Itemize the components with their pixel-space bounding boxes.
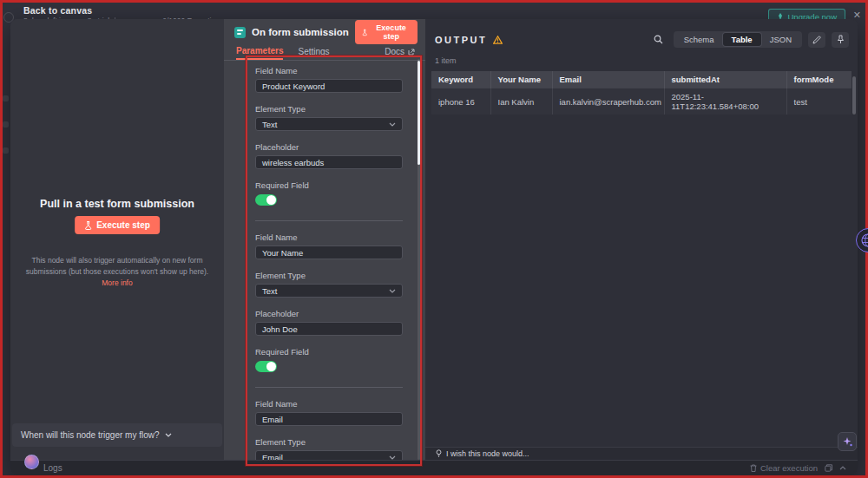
trigger-faq-collapsible[interactable]: When will this node trigger my flow? bbox=[12, 423, 222, 447]
field-group-divider bbox=[255, 220, 403, 221]
form-field-group: Field Name Your Name Element Type Text P… bbox=[255, 232, 403, 372]
form-trigger-icon bbox=[234, 27, 246, 38]
element-type-label: Element Type bbox=[255, 104, 403, 114]
top-bar: Back to canvas 8 days left in your n8n t… bbox=[0, 3, 868, 20]
field-group-divider bbox=[255, 387, 403, 388]
column-header[interactable]: Email bbox=[552, 71, 664, 88]
element-type-value: Email bbox=[262, 453, 283, 461]
chevron-down-icon bbox=[389, 455, 396, 460]
field-name-label: Field Name bbox=[255, 399, 403, 409]
close-icon[interactable]: ✕ bbox=[853, 10, 861, 20]
node-execute-step-button[interactable]: Execute step bbox=[355, 20, 418, 44]
back-to-canvas-link[interactable]: Back to canvas bbox=[23, 5, 223, 16]
field-name-label: Field Name bbox=[255, 232, 403, 242]
edit-output-button[interactable] bbox=[808, 32, 825, 48]
sparkle-icon bbox=[842, 436, 853, 448]
tab-settings[interactable]: Settings bbox=[298, 43, 329, 60]
table-cell: iphone 16 bbox=[431, 88, 490, 115]
form-field-group: Field Name Email Element Type Email Plac… bbox=[255, 399, 403, 460]
tab-schema[interactable]: Schema bbox=[675, 33, 723, 46]
element-type-value: Text bbox=[262, 286, 277, 296]
pin-data-button[interactable] bbox=[832, 32, 849, 48]
placeholder-label: Placeholder bbox=[255, 309, 403, 318]
node-title: On form submission bbox=[252, 27, 349, 37]
table-header-row: Keyword Your Name Email submittedAt form… bbox=[431, 71, 852, 88]
element-type-select[interactable]: Text bbox=[255, 117, 403, 131]
ai-assistant-button[interactable] bbox=[838, 432, 857, 451]
feedback-placeholder: I wish this node would... bbox=[446, 449, 529, 458]
column-header[interactable]: Keyword bbox=[431, 71, 490, 88]
element-type-label: Element Type bbox=[255, 437, 403, 447]
parameters-scroll-area[interactable]: Field Name Product Keyword Element Type … bbox=[224, 61, 425, 460]
output-header: OUTPUT Schema Table JSON bbox=[425, 19, 858, 48]
sidebar-stub-icon bbox=[3, 147, 9, 154]
docs-link[interactable]: Docs bbox=[385, 47, 415, 56]
search-icon[interactable] bbox=[650, 32, 667, 48]
external-link-icon bbox=[408, 49, 415, 56]
clear-execution-label: Clear execution bbox=[760, 463, 818, 473]
element-type-label: Element Type bbox=[255, 271, 403, 280]
chevron-down-icon bbox=[389, 289, 396, 293]
input-panel: Pull in a test form submission Execute s… bbox=[10, 19, 224, 460]
chevron-down-icon bbox=[389, 122, 396, 127]
required-field-toggle[interactable] bbox=[255, 194, 277, 206]
element-type-select[interactable]: Text bbox=[255, 284, 403, 298]
column-header[interactable]: submittedAt bbox=[664, 71, 786, 88]
field-name-value: Product Keyword bbox=[262, 82, 325, 91]
toggle-knob bbox=[266, 195, 276, 205]
sidebar-stub-icon bbox=[3, 121, 9, 128]
tab-json[interactable]: JSON bbox=[761, 33, 800, 46]
pin-icon bbox=[837, 35, 845, 44]
required-field-label: Required Field bbox=[255, 180, 403, 190]
flask-icon bbox=[362, 29, 367, 36]
required-field-toggle[interactable] bbox=[255, 361, 277, 372]
placeholder-input[interactable]: John Doe bbox=[255, 322, 403, 336]
node-header: On form submission Execute step bbox=[224, 21, 425, 43]
chevron-down-icon bbox=[165, 433, 172, 437]
trash-icon bbox=[750, 464, 757, 472]
field-name-input[interactable]: Email bbox=[255, 412, 403, 426]
field-name-value: Your Name bbox=[262, 248, 303, 258]
table-cell: 2025-11-11T12:23:41.584+08:00 bbox=[664, 88, 786, 115]
table-row[interactable]: iphone 16 Ian Kalvin ian.kalvin@scraperh… bbox=[431, 88, 852, 115]
feedback-input[interactable]: I wish this node would... bbox=[425, 447, 858, 460]
copy-icon[interactable] bbox=[825, 464, 832, 472]
execute-step-button[interactable]: Execute step bbox=[75, 216, 160, 234]
more-info-link[interactable]: More info bbox=[102, 278, 132, 287]
node-detail-view: Pull in a test form submission Execute s… bbox=[10, 19, 858, 475]
clear-execution-button[interactable]: Clear execution bbox=[750, 463, 818, 473]
field-name-value: Email bbox=[262, 415, 283, 424]
parameters-panel: On form submission Execute step Paramete… bbox=[224, 19, 425, 460]
column-header[interactable]: formMode bbox=[786, 71, 852, 88]
column-header[interactable]: Your Name bbox=[490, 71, 552, 88]
toggle-knob bbox=[266, 362, 276, 371]
scrollbar-thumb[interactable] bbox=[418, 61, 420, 165]
element-type-select[interactable]: Email bbox=[255, 450, 403, 460]
test-submission-title: Pull in a test form submission bbox=[10, 198, 224, 210]
tab-table[interactable]: Table bbox=[723, 33, 761, 46]
app-window: Back to canvas 8 days left in your n8n t… bbox=[0, 0, 868, 478]
item-count: 1 item bbox=[425, 48, 858, 65]
docs-label: Docs bbox=[385, 47, 404, 56]
globe-icon[interactable] bbox=[856, 228, 868, 252]
output-view-switch: Schema Table JSON bbox=[674, 31, 802, 48]
form-field-group: Field Name Product Keyword Element Type … bbox=[255, 66, 403, 206]
table-cell: ian.kalvin@scraperhub.com bbox=[552, 88, 664, 115]
node-execute-step-label: Execute step bbox=[372, 23, 411, 41]
placeholder-input[interactable]: wireless earbuds bbox=[255, 155, 403, 169]
tab-parameters[interactable]: Parameters bbox=[236, 43, 283, 60]
field-name-input[interactable]: Product Keyword bbox=[255, 79, 403, 93]
trigger-note-text: This node will also trigger automaticall… bbox=[26, 256, 208, 276]
sidebar-stub-icon bbox=[3, 95, 9, 101]
placeholder-value: John Doe bbox=[262, 324, 298, 334]
chevron-up-icon[interactable] bbox=[839, 466, 846, 470]
table-cell: Ian Kalvin bbox=[490, 88, 552, 115]
warning-icon bbox=[493, 36, 503, 44]
field-name-label: Field Name bbox=[255, 66, 403, 75]
field-name-input[interactable]: Your Name bbox=[255, 246, 403, 259]
logs-toggle[interactable]: Logs bbox=[43, 463, 62, 473]
trigger-note: This node will also trigger automaticall… bbox=[10, 255, 224, 290]
required-field-label: Required Field bbox=[255, 347, 403, 357]
avatar[interactable] bbox=[24, 455, 39, 469]
output-scrollbar-thumb[interactable] bbox=[852, 76, 856, 115]
